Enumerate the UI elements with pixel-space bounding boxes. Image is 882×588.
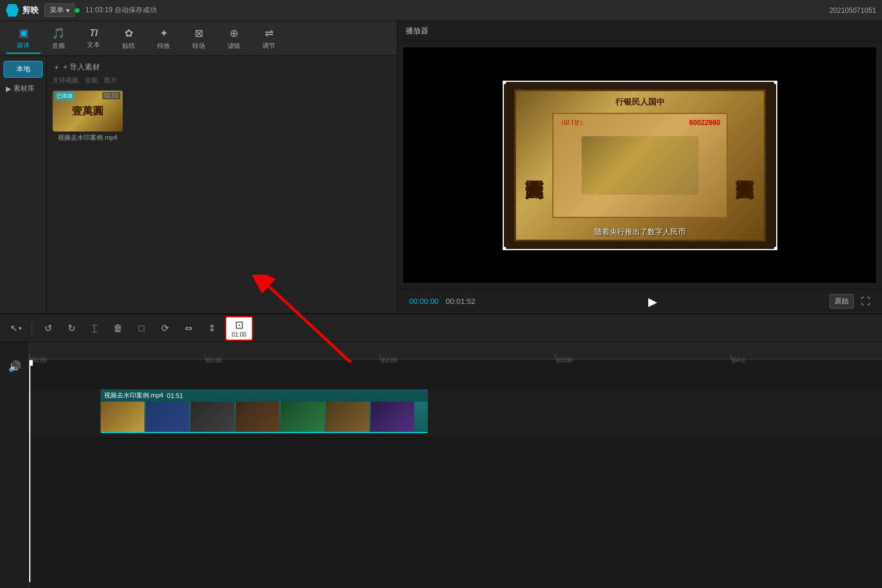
ruler-mark-3: |03:00	[555, 355, 556, 359]
left-panel: ▣ 媒体 🎵 音频 TI 文本 ✿ 贴纸 ✦ 特效 ⊠ 转场	[0, 21, 397, 313]
undo-button[interactable]: ↺	[38, 319, 58, 338]
sticker-tab-icon: ✿	[124, 27, 133, 40]
clip-thumb-7	[371, 402, 414, 432]
date-display: 202105071051	[829, 6, 876, 15]
select-chevron-icon: ▾	[19, 325, 22, 331]
duplicate-button[interactable]: □	[132, 319, 151, 338]
clip-thumb-2	[146, 402, 189, 432]
material-library-btn[interactable]: ▶ 素材库	[4, 81, 43, 96]
clip-thumb-6	[326, 402, 369, 432]
timeline-main: |00:00 |01:00 |02:00 |03:00 |04:0	[29, 343, 882, 588]
clip-thumb-3	[191, 402, 234, 432]
app-logo: 剪映	[6, 4, 39, 17]
tab-media[interactable]: ▣ 媒体	[6, 23, 41, 54]
banknote-top-text: 行银民人国中	[516, 97, 764, 108]
redo-button[interactable]: ↻	[61, 319, 81, 338]
tab-audio[interactable]: 🎵 音频	[41, 23, 76, 54]
clip-duration: 01:51	[167, 392, 184, 399]
text-tab-label: 文本	[87, 40, 100, 49]
loop-button[interactable]: ⟳	[155, 319, 175, 338]
clip-thumbnails	[101, 402, 428, 432]
clip-thumb-1	[101, 402, 144, 432]
track-area: 视频去水印案例.mp4 01:51	[29, 360, 882, 582]
corner-handle-bl[interactable]	[503, 247, 506, 250]
crop-tool-label: 01:00	[231, 331, 246, 338]
already-added-badge: 已添加	[55, 92, 74, 101]
import-icon: ＋	[53, 62, 60, 72]
tab-adjust[interactable]: ⇌ 调节	[251, 23, 286, 54]
mirror-button[interactable]: ⇕	[202, 319, 222, 338]
local-btn[interactable]: 本地	[4, 61, 43, 78]
ruler-mark-0: |00:00	[29, 355, 30, 359]
banknote-image: 行银民人国中 壹萬圓 壹萬圓 （Ш 1甘） 60022660	[514, 89, 766, 241]
ruler-line-3	[555, 355, 556, 359]
timeline-ruler: |00:00 |01:00 |02:00 |03:00 |04:0	[29, 343, 882, 360]
status-dot-icon	[75, 8, 79, 13]
select-arrow-icon: ↖	[10, 323, 18, 334]
media-thumbnail: 壹萬圓 已添加 01:51	[53, 91, 123, 132]
ruler-mark-1: |01:00	[205, 355, 205, 359]
filter-tab-label: 滤镜	[227, 41, 240, 50]
banknote-scene	[582, 136, 698, 195]
import-button[interactable]: ＋ + 导入素材	[53, 62, 391, 72]
expand-arrow-icon: ▶	[6, 85, 11, 93]
list-item[interactable]: 壹萬圓 已添加 01:51 视频去水印案例.mp4	[53, 91, 123, 142]
effects-tab-icon: ✦	[160, 27, 168, 40]
video-frame[interactable]: 行银民人国中 壹萬圓 壹萬圓 （Ш 1甘） 60022660 随着央行推出了数字…	[503, 81, 777, 250]
material-label: 素材库	[13, 84, 34, 94]
tab-filter[interactable]: ⊕ 滤镜	[216, 23, 251, 54]
timeline-toolbar: ↖ ▾ ↺ ↻ ⌶ 🗑 □ ⟳ ⇔ ⇕ ⊡ 01:00	[0, 314, 882, 343]
clip-header: 视频去水印案例.mp4 01:51	[101, 389, 428, 402]
media-item-name: 视频去水印案例.mp4	[53, 133, 123, 142]
play-button[interactable]: ▶	[648, 295, 657, 309]
corner-handle-tr[interactable]	[774, 81, 777, 84]
video-clip[interactable]: 视频去水印案例.mp4 01:51	[101, 389, 428, 433]
adjust-tab-label: 调节	[262, 41, 275, 50]
toolbar-tabs: ▣ 媒体 🎵 音频 TI 文本 ✿ 贴纸 ✦ 特效 ⊠ 转场	[0, 21, 397, 56]
ruler-line-2	[380, 355, 381, 359]
tab-transition[interactable]: ⊠ 转场	[181, 23, 216, 54]
menu-button[interactable]: 菜单 ▾	[44, 4, 75, 17]
duration-badge: 01:51	[102, 92, 120, 99]
tab-sticker[interactable]: ✿ 贴纸	[111, 23, 146, 54]
main-area: ▣ 媒体 🎵 音频 TI 文本 ✿ 贴纸 ✦ 特效 ⊠ 转场	[0, 21, 882, 313]
ruler-mark-2: |02:00	[380, 355, 381, 359]
flip-button[interactable]: ⇔	[178, 319, 198, 338]
timeline: ↖ ▾ ↺ ↻ ⌶ 🗑 □ ⟳ ⇔ ⇕ ⊡ 01:00 🔊 |00:00	[0, 313, 882, 588]
fullscreen-button[interactable]: ⛶	[861, 296, 870, 307]
menu-chevron-icon: ▾	[66, 6, 70, 15]
clip-name: 视频去水印案例.mp4	[104, 391, 163, 400]
crop-icon: ⊡	[235, 319, 244, 331]
time-total: 00:01:52	[446, 297, 476, 306]
import-hint: 支持视频、音频、图片	[53, 76, 391, 85]
player-header: 播放器	[397, 21, 882, 41]
player-area: 行银民人国中 壹萬圓 壹萬圓 （Ш 1甘） 60022660 随着央行推出了数字…	[403, 47, 876, 283]
playhead-handle[interactable]	[29, 360, 33, 366]
audio-tab-icon: 🎵	[52, 27, 65, 40]
split-button[interactable]: ⌶	[85, 319, 105, 338]
original-button[interactable]: 原始	[829, 294, 854, 309]
crop-tool[interactable]: ⊡ 01:00	[225, 316, 253, 341]
tab-effects[interactable]: ✦ 特效	[146, 23, 181, 54]
left-content: 本地 ▶ 素材库 ＋ + 导入素材 支持视频、音频、图片	[0, 56, 397, 313]
player-controls: 00:00:00 00:01:52 ▶ 原始 ⛶	[397, 289, 882, 313]
clip-thumb-5	[281, 402, 324, 432]
tab-text[interactable]: TI 文本	[76, 23, 111, 54]
import-label: + 导入素材	[63, 62, 100, 72]
logo-icon	[6, 4, 19, 17]
menu-label: 菜单	[50, 5, 64, 15]
ruler-line-1	[205, 355, 205, 359]
corner-handle-tl[interactable]	[503, 81, 506, 84]
volume-icon[interactable]: 🔊	[8, 360, 21, 373]
text-tab-icon: TI	[89, 28, 98, 39]
playhead[interactable]	[29, 360, 30, 582]
time-current: 00:00:00	[409, 297, 439, 306]
banknote-center: （Ш 1甘） 60022660	[552, 113, 728, 218]
clip-thumb-4	[236, 402, 279, 432]
topbar: 剪映 菜单 ▾ 11:03:19 自动保存成功 202105071051	[0, 0, 882, 21]
corner-handle-br[interactable]	[774, 247, 777, 250]
transition-tab-icon: ⊠	[195, 27, 203, 40]
video-track: 视频去水印案例.mp4 01:51	[29, 389, 882, 436]
select-tool[interactable]: ↖ ▾	[6, 319, 26, 338]
delete-button[interactable]: 🗑	[108, 319, 128, 338]
